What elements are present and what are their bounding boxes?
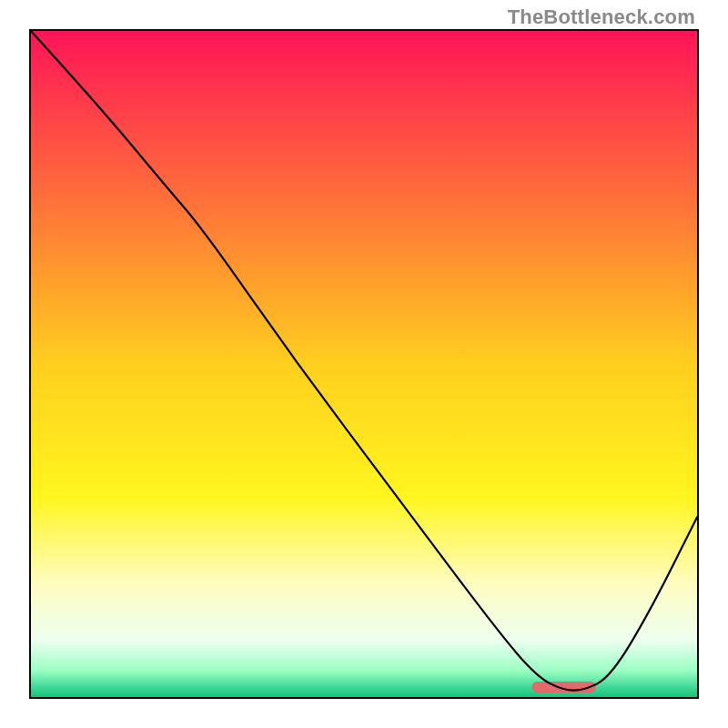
- plot-area: [29, 29, 699, 699]
- chart-frame: TheBottleneck.com: [0, 0, 728, 728]
- gradient-background: [31, 31, 697, 697]
- watermark-text: TheBottleneck.com: [508, 5, 695, 29]
- plot-svg: [31, 31, 697, 697]
